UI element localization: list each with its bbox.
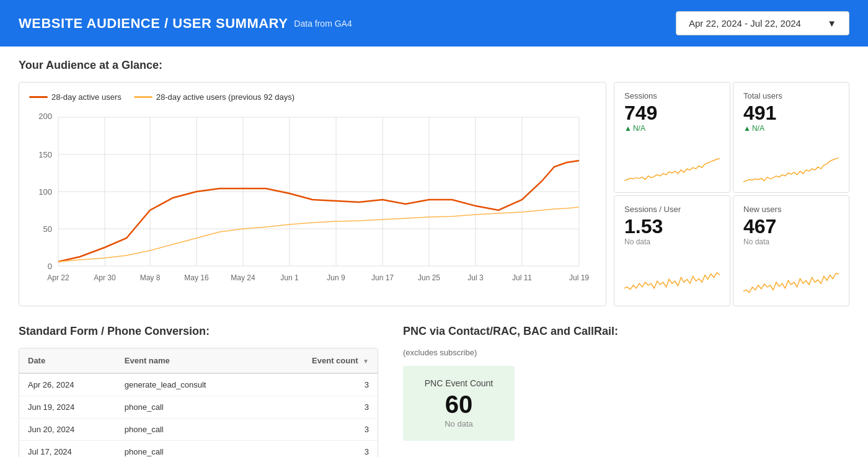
metrics-grid: Sessions 749 ▲ N/A Total users 49 [614,82,849,306]
up-arrow-icon: ▲ [624,124,632,133]
up-arrow-icon-2: ▲ [743,124,751,133]
main-chart: 28-day active users 28-day active users … [19,82,606,306]
legend-item-light: 28-day active users (previous 92 days) [134,92,294,102]
svg-text:May 16: May 16 [184,273,209,282]
column-header-event-name: Event name [116,348,265,373]
page-title: WEBSITE AUDIENCE / USER SUMMARY [19,16,288,32]
metric-label-new-users: New users [743,205,839,214]
metric-label-sessions-per-user: Sessions / User [624,205,720,214]
line-chart-svg: 200 150 100 50 0 [29,108,596,294]
svg-text:Jun 25: Jun 25 [418,273,440,282]
column-header-date: Date [19,348,116,373]
metric-value-new-users: 467 [743,216,839,236]
chart-legend: 28-day active users 28-day active users … [29,92,596,102]
pnc-section: PNC via Contact/RAC, BAC and CallRail: (… [403,325,849,457]
legend-item-dark: 28-day active users [29,92,122,102]
metric-card-sessions: Sessions 749 ▲ N/A [614,82,730,193]
legend-line-light [134,96,153,98]
cell-date: Jun 19, 2024 [19,396,116,419]
cell-event-name: phone_call [116,441,265,458]
pnc-card-value: 60 [418,392,500,417]
main-content: Your Audience at a Glance: 28-day active… [0,47,868,457]
legend-label-dark: 28-day active users [51,92,122,102]
conversion-table: Date Event name Event count ▼ Apr 26, 20… [19,348,378,457]
svg-text:May 8: May 8 [140,273,161,282]
cell-event-count: 3 [265,441,378,458]
metric-card-sessions-per-user: Sessions / User 1.53 No data [614,195,730,306]
svg-text:0: 0 [48,262,52,271]
conversion-section-title: Standard Form / Phone Conversion: [19,325,378,338]
metric-card-total-users: Total users 491 ▲ N/A [733,82,849,193]
svg-text:Jun 9: Jun 9 [327,273,345,282]
conversion-section: Standard Form / Phone Conversion: Date E… [19,325,378,457]
cell-event-name: phone_call [116,419,265,441]
metric-value-sessions-per-user: 1.53 [624,216,720,236]
metric-card-new-users: New users 467 No data [733,195,849,306]
pnc-section-title: PNC via Contact/RAC, BAC and CallRail: [403,325,849,338]
chart-svg-wrapper: 200 150 100 50 0 [29,108,596,296]
column-header-event-count[interactable]: Event count ▼ [265,348,378,373]
sparkline-svg-new-users [743,270,839,301]
svg-text:Jul 19: Jul 19 [569,273,589,282]
metric-change-value-total-users: N/A [752,124,764,133]
metric-nodata-sessions-per-user: No data [624,237,720,246]
cell-date: Jun 20, 2024 [19,419,116,441]
sparkline-svg-total-users [743,156,839,187]
metric-label-sessions: Sessions [624,91,720,100]
metric-sparkline-sessions-per-user [624,251,720,301]
table-row: Apr 26, 2024 generate_lead_consult 3 [19,373,378,396]
sparkline-svg-sessions-per-user [624,270,720,301]
table-body: Apr 26, 2024 generate_lead_consult 3 Jun… [19,373,378,457]
legend-line-dark [29,96,48,98]
metric-value-total-users: 491 [743,103,839,123]
svg-text:Jul 3: Jul 3 [467,273,484,282]
pnc-card-label: PNC Event Count [418,378,500,388]
table-row: Jun 20, 2024 phone_call 3 [19,419,378,441]
svg-text:150: 150 [38,150,52,159]
chevron-down-icon: ▼ [827,18,836,29]
date-range-selector[interactable]: Apr 22, 2024 - Jul 22, 2024 ▼ [676,11,849,35]
audience-section-title: Your Audience at a Glance: [19,59,849,72]
table-row: Jun 19, 2024 phone_call 3 [19,396,378,419]
metric-change-value-sessions: N/A [633,124,645,133]
metric-sparkline-sessions [624,138,720,187]
audience-content: 28-day active users 28-day active users … [19,82,849,306]
svg-text:100: 100 [38,187,52,197]
sort-icon: ▼ [363,358,369,365]
svg-text:May 24: May 24 [231,273,255,282]
pnc-subtitle: (excludes subscribe) [403,348,849,357]
svg-text:200: 200 [38,112,52,121]
svg-text:Apr 30: Apr 30 [94,273,116,282]
svg-text:50: 50 [43,224,52,234]
date-range-value: Apr 22, 2024 - Jul 22, 2024 [689,18,801,29]
metric-nodata-new-users: No data [743,237,839,246]
metric-sparkline-total-users [743,138,839,187]
bottom-section: Standard Form / Phone Conversion: Date E… [19,325,849,457]
audience-section: Your Audience at a Glance: 28-day active… [19,59,849,306]
page-subtitle: Data from GA4 [294,19,352,29]
sparkline-svg-sessions [624,156,720,187]
svg-text:Jun 17: Jun 17 [371,273,394,282]
pnc-card-nodata: No data [418,419,500,428]
page-header: WEBSITE AUDIENCE / USER SUMMARY Data fro… [0,0,868,47]
metric-sparkline-new-users [743,251,839,301]
cell-date: Apr 26, 2024 [19,373,116,396]
svg-text:Apr 22: Apr 22 [47,273,69,282]
legend-label-light: 28-day active users (previous 92 days) [156,92,294,102]
cell-date: Jul 17, 2024 [19,441,116,458]
table-row: Jul 17, 2024 phone_call 3 [19,441,378,458]
conversion-table-wrapper: Date Event name Event count ▼ Apr 26, 20… [19,348,378,457]
cell-event-count: 3 [265,373,378,396]
pnc-card: PNC Event Count 60 No data [403,366,515,441]
cell-event-count: 3 [265,396,378,419]
svg-text:Jul 11: Jul 11 [512,273,532,282]
metric-change-sessions: ▲ N/A [624,124,720,133]
metric-change-total-users: ▲ N/A [743,124,839,133]
cell-event-name: generate_lead_consult [116,373,265,396]
svg-text:Jun 1: Jun 1 [280,273,299,282]
main-chart-line [58,161,579,262]
metric-value-sessions: 749 [624,103,720,123]
cell-event-name: phone_call [116,396,265,419]
secondary-chart-line [58,207,579,262]
metric-label-total-users: Total users [743,91,839,100]
